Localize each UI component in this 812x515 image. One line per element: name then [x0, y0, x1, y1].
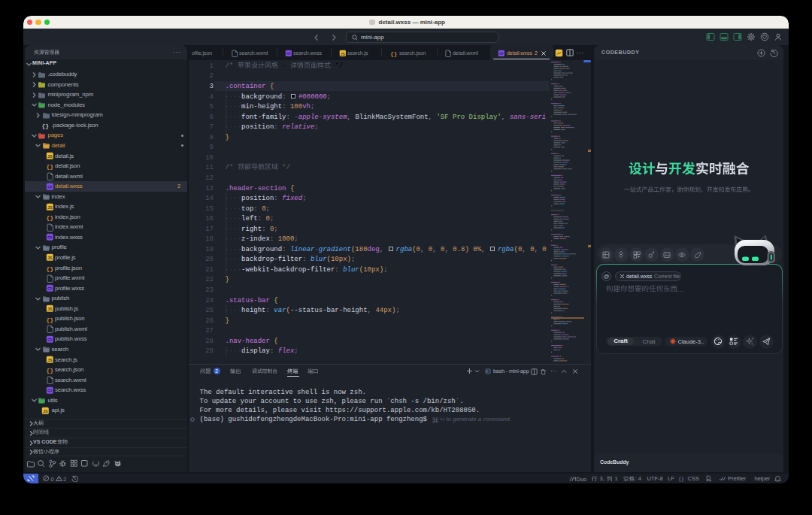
- svg-text:{}: {}: [46, 163, 53, 170]
- svg-text:{}: {}: [41, 123, 49, 129]
- svg-text:JS: JS: [47, 256, 53, 261]
- svg-text:JS: JS: [43, 409, 48, 414]
- svg-text:JS: JS: [341, 52, 346, 56]
- svg-text:JS: JS: [47, 307, 53, 311]
- svg-text:{}: {}: [46, 265, 53, 272]
- svg-text:{}: {}: [46, 316, 53, 323]
- svg-text:{}: {}: [46, 367, 53, 374]
- svg-text:{}: {}: [390, 50, 397, 56]
- svg-text:JS: JS: [47, 154, 53, 159]
- svg-text:JS: JS: [47, 205, 53, 210]
- svg-text:{}: {}: [46, 214, 53, 221]
- svg-text:JS: JS: [47, 358, 53, 362]
